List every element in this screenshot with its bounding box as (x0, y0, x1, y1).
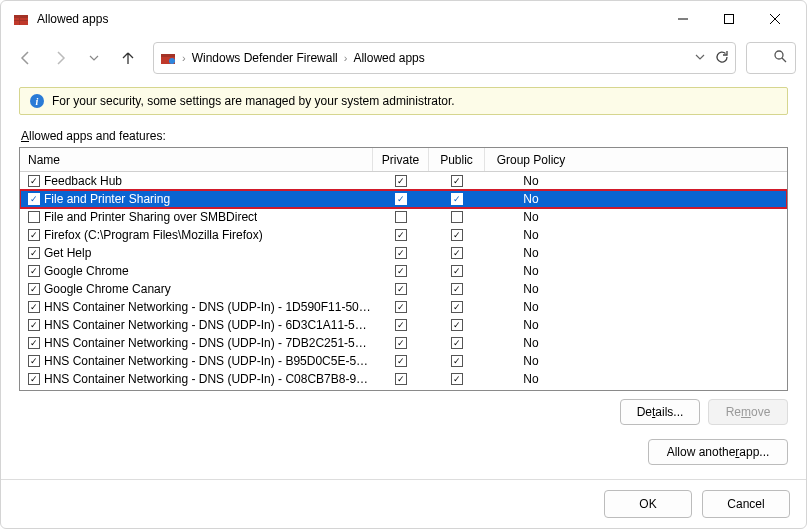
checkbox-icon[interactable]: ✓ (451, 355, 463, 367)
checkbox-icon[interactable]: ✓ (28, 283, 40, 295)
group-policy-value: No (523, 372, 538, 386)
checkbox-icon[interactable]: ✓ (28, 265, 40, 277)
search-icon (773, 49, 787, 67)
list-label: Allowed apps and features: (21, 129, 786, 143)
group-policy-value: No (523, 210, 538, 224)
group-policy-value: No (523, 246, 538, 260)
details-button[interactable]: Details... (620, 399, 700, 425)
navbar: › Windows Defender Firewall › Allowed ap… (1, 37, 806, 79)
table-row[interactable]: ✓HNS Container Networking - DNS (UDP-In)… (20, 316, 787, 334)
checkbox-icon[interactable]: ✓ (395, 337, 407, 349)
checkbox-icon[interactable]: ✓ (395, 319, 407, 331)
checkbox-icon[interactable]: ✓ (395, 229, 407, 241)
table-row[interactable]: ✓HNS Container Networking - DNS (UDP-In)… (20, 298, 787, 316)
table-row[interactable]: File and Printer Sharing over SMBDirectN… (20, 208, 787, 226)
breadcrumb[interactable]: › Windows Defender Firewall › Allowed ap… (153, 42, 736, 74)
refresh-icon[interactable] (715, 50, 729, 67)
checkbox-icon[interactable]: ✓ (28, 229, 40, 241)
checkbox-icon[interactable]: ✓ (395, 355, 407, 367)
app-name: HNS Container Networking - DNS (UDP-In) … (44, 354, 373, 368)
app-name: HNS Container Networking - DNS (UDP-In) … (44, 300, 373, 314)
back-button[interactable] (11, 43, 41, 73)
search-input[interactable] (746, 42, 796, 74)
header-name[interactable]: Name (20, 148, 373, 171)
content-body: i For your security, some settings are m… (1, 79, 806, 479)
checkbox-icon[interactable]: ✓ (28, 301, 40, 313)
checkbox-icon[interactable]: ✓ (395, 283, 407, 295)
breadcrumb-segment[interactable]: Allowed apps (353, 51, 424, 65)
minimize-button[interactable] (660, 4, 706, 34)
checkbox-icon[interactable]: ✓ (28, 319, 40, 331)
checkbox-icon[interactable]: ✓ (28, 355, 40, 367)
checkbox-icon[interactable]: ✓ (28, 247, 40, 259)
admin-info-banner: i For your security, some settings are m… (19, 87, 788, 115)
chevron-down-icon[interactable] (695, 51, 705, 65)
header-group-policy[interactable]: Group Policy (485, 148, 577, 171)
table-row[interactable]: ✓Feedback Hub✓✓No (20, 172, 787, 190)
checkbox-icon[interactable]: ✓ (451, 301, 463, 313)
checkbox-icon[interactable]: ✓ (451, 193, 463, 205)
checkbox-icon[interactable]: ✓ (395, 373, 407, 385)
checkbox-icon[interactable]: ✓ (451, 283, 463, 295)
close-button[interactable] (752, 4, 798, 34)
table-row[interactable]: ✓Google Chrome✓✓No (20, 262, 787, 280)
svg-point-11 (775, 51, 783, 59)
checkbox-icon[interactable]: ✓ (28, 175, 40, 187)
allow-another-app-button[interactable]: Allow another app... (648, 439, 788, 465)
checkbox-icon[interactable]: ✓ (28, 373, 40, 385)
app-name: Firefox (C:\Program Files\Mozilla Firefo… (44, 228, 263, 242)
chevron-right-icon[interactable]: › (182, 52, 186, 64)
window-title: Allowed apps (37, 12, 108, 26)
breadcrumb-segment[interactable]: Windows Defender Firewall (192, 51, 338, 65)
app-name: Feedback Hub (44, 174, 122, 188)
table-row[interactable]: ✓File and Printer Sharing✓✓No (20, 190, 787, 208)
table-row[interactable]: ✓HNS Container Networking - DNS (UDP-In)… (20, 370, 787, 388)
checkbox-icon[interactable]: ✓ (451, 175, 463, 187)
checkbox-icon[interactable]: ✓ (451, 337, 463, 349)
info-icon: i (30, 94, 44, 108)
checkbox-icon[interactable] (451, 211, 463, 223)
checkbox-icon[interactable]: ✓ (451, 319, 463, 331)
allowed-apps-list: Name Private Public Group Policy ✓Feedba… (19, 147, 788, 391)
checkbox-icon[interactable]: ✓ (395, 193, 407, 205)
group-policy-value: No (523, 264, 538, 278)
app-name: Google Chrome Canary (44, 282, 171, 296)
table-row[interactable]: ✓Google Chrome Canary✓✓No (20, 280, 787, 298)
header-private[interactable]: Private (373, 148, 429, 171)
svg-rect-2 (14, 20, 28, 21)
list-buttons: Details... Remove (19, 399, 788, 425)
checkbox-icon[interactable]: ✓ (28, 193, 40, 205)
group-policy-value: No (523, 282, 538, 296)
up-button[interactable] (113, 43, 143, 73)
chevron-right-icon[interactable]: › (344, 52, 348, 64)
list-header: Name Private Public Group Policy (20, 148, 787, 172)
svg-line-12 (782, 58, 786, 62)
checkbox-icon[interactable]: ✓ (451, 373, 463, 385)
firewall-icon (160, 50, 176, 66)
app-name: HNS Container Networking - DNS (UDP-In) … (44, 336, 373, 350)
header-public[interactable]: Public (429, 148, 485, 171)
group-policy-value: No (523, 318, 538, 332)
recent-button[interactable] (79, 43, 109, 73)
info-text: For your security, some settings are man… (52, 94, 455, 108)
app-name: HNS Container Networking - DNS (UDP-In) … (44, 372, 373, 386)
table-row[interactable]: ✓Firefox (C:\Program Files\Mozilla Firef… (20, 226, 787, 244)
table-row[interactable]: ✓Get Help✓✓No (20, 244, 787, 262)
checkbox-icon[interactable] (28, 211, 40, 223)
checkbox-icon[interactable]: ✓ (395, 175, 407, 187)
checkbox-icon[interactable]: ✓ (395, 301, 407, 313)
checkbox-icon[interactable]: ✓ (451, 265, 463, 277)
checkbox-icon[interactable] (395, 211, 407, 223)
checkbox-icon[interactable]: ✓ (395, 247, 407, 259)
cancel-button[interactable]: Cancel (702, 490, 790, 518)
table-row[interactable]: ✓HNS Container Networking - DNS (UDP-In)… (20, 334, 787, 352)
table-row[interactable]: ✓HNS Container Networking - DNS (UDP-In)… (20, 352, 787, 370)
ok-button[interactable]: OK (604, 490, 692, 518)
list-rows[interactable]: ✓Feedback Hub✓✓No✓File and Printer Shari… (20, 172, 787, 390)
checkbox-icon[interactable]: ✓ (451, 247, 463, 259)
maximize-button[interactable] (706, 4, 752, 34)
checkbox-icon[interactable]: ✓ (395, 265, 407, 277)
forward-button[interactable] (45, 43, 75, 73)
checkbox-icon[interactable]: ✓ (28, 337, 40, 349)
checkbox-icon[interactable]: ✓ (451, 229, 463, 241)
